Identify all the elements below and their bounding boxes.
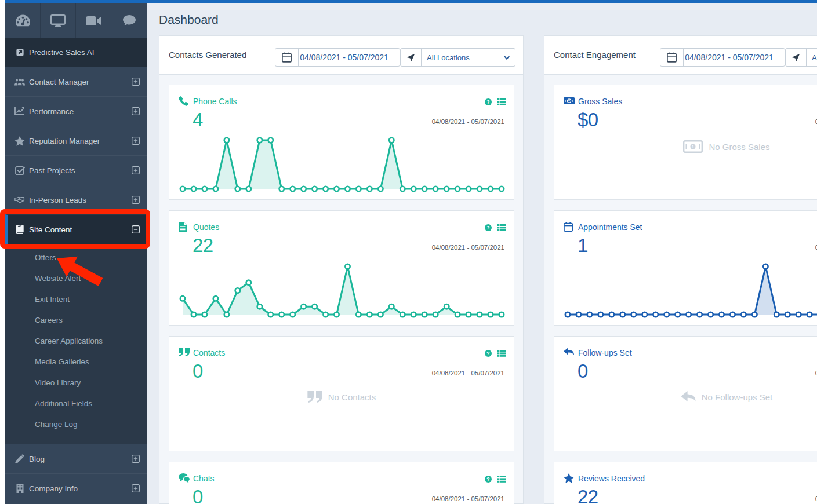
svg-text:?: ? <box>486 350 489 356</box>
svg-text:?: ? <box>486 476 489 482</box>
svg-text:1: 1 <box>692 144 695 149</box>
